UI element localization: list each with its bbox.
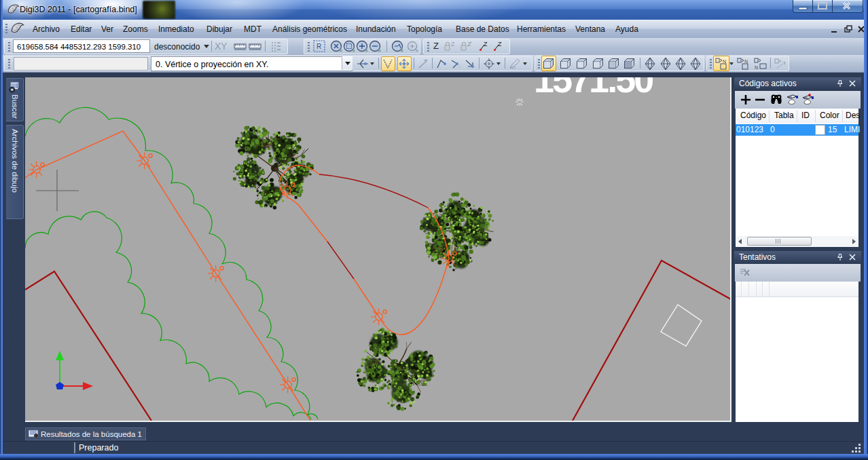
svg-text:N: N: [723, 59, 726, 64]
svg-text:R: R: [317, 43, 321, 50]
svg-text:N: N: [755, 65, 758, 70]
svg-text:Z: Z: [498, 41, 502, 47]
svg-text:N: N: [744, 59, 748, 64]
svg-text:Z: Z: [451, 41, 455, 47]
svg-text:1571.50: 1571.50: [534, 77, 653, 100]
svg-text:Z: Z: [484, 41, 488, 47]
